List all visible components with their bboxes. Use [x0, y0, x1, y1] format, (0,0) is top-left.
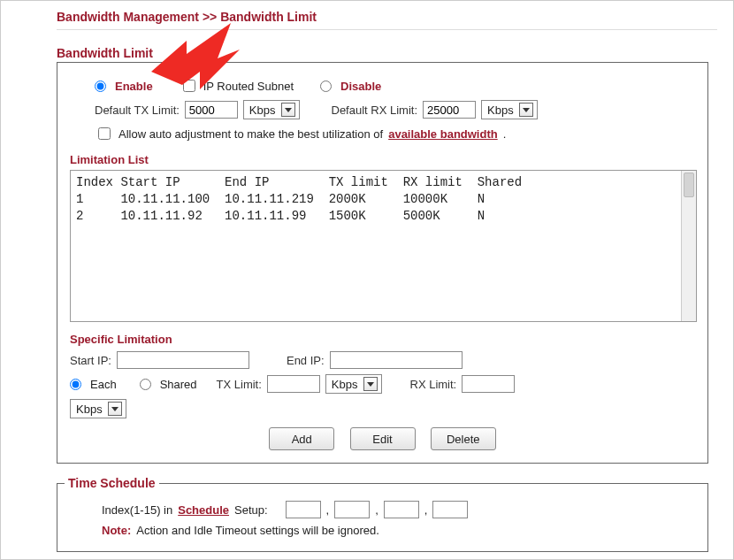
specific-tx-input[interactable] [267, 375, 320, 393]
shared-label: Shared [160, 378, 197, 391]
schedule-index-3[interactable] [384, 501, 419, 518]
default-tx-unit-value: Kbps [249, 104, 276, 117]
schedule-index-2[interactable] [334, 501, 370, 518]
available-bandwidth-link[interactable]: available bandwidth [388, 127, 498, 141]
schedule-index-label-before: Index(1-15) in [102, 503, 172, 517]
auto-adjust-checkbox[interactable] [98, 127, 111, 140]
section-title: Bandwidth Limit [57, 46, 717, 60]
breadcrumb: Bandwidth Management >> Bandwidth Limit [57, 10, 717, 30]
scrollbar[interactable] [681, 171, 696, 321]
chevron-down-icon [281, 103, 295, 117]
chevron-down-icon [108, 402, 122, 416]
specific-tx-label: TX Limit: [217, 378, 262, 391]
note-text: Action and Idle Timeout settings will be… [136, 524, 379, 537]
end-ip-label: End IP: [287, 354, 325, 367]
specific-rx-unit-select[interactable]: Kbps [70, 399, 126, 418]
specific-limitation-heading: Specific Limitation [70, 333, 695, 346]
schedule-link[interactable]: Schedule [178, 503, 229, 517]
enable-label: Enable [115, 80, 153, 93]
limitation-list-content: Index Start IP End IP TX limit RX limit … [76, 174, 696, 225]
edit-button[interactable]: Edit [350, 427, 416, 450]
bandwidth-limit-panel: Enable IP Routed Subnet Disable Default … [57, 62, 708, 464]
shared-radio[interactable] [140, 379, 151, 390]
time-schedule-legend: Time Schedule [65, 476, 159, 490]
schedule-index-1[interactable] [286, 501, 321, 518]
specific-tx-unit-value: Kbps [332, 378, 358, 391]
start-ip-label: Start IP: [70, 354, 111, 367]
limitation-list-box[interactable]: Index Start IP End IP TX limit RX limit … [70, 170, 697, 322]
add-button[interactable]: Add [269, 427, 334, 450]
default-tx-unit-select[interactable]: Kbps [243, 100, 300, 119]
ip-routed-subnet-checkbox[interactable] [183, 80, 195, 92]
delete-button[interactable]: Delete [431, 427, 496, 450]
default-rx-unit-value: Kbps [487, 104, 514, 117]
disable-label: Disable [340, 80, 381, 93]
note-label: Note: [102, 524, 131, 537]
default-tx-input[interactable] [185, 101, 238, 119]
ip-routed-subnet-label: IP Routed Subnet [203, 80, 294, 93]
scroll-thumb[interactable] [684, 173, 694, 197]
specific-rx-input[interactable] [462, 375, 515, 393]
comma: , [326, 503, 330, 517]
comma: , [375, 503, 378, 517]
comma: , [424, 503, 428, 517]
specific-rx-label: RX Limit: [410, 378, 457, 391]
start-ip-input[interactable] [117, 351, 249, 369]
auto-adjust-text: Allow auto adjustment to make the best u… [119, 127, 383, 141]
each-label: Each [90, 378, 117, 391]
chevron-down-icon [363, 377, 378, 391]
schedule-index-4[interactable] [432, 501, 468, 518]
enable-radio[interactable] [95, 81, 106, 92]
each-radio[interactable] [70, 379, 81, 390]
default-rx-label: Default RX Limit: [332, 104, 418, 117]
default-tx-label: Default TX Limit: [95, 104, 180, 117]
time-schedule-panel: Time Schedule Index(1-15) in Schedule Se… [57, 476, 708, 552]
auto-adjust-text-after: . [503, 127, 507, 141]
schedule-index-label-after: Setup: [234, 503, 268, 517]
default-rx-unit-select[interactable]: Kbps [481, 100, 538, 119]
default-rx-input[interactable] [423, 101, 476, 119]
limitation-list-heading: Limitation List [70, 153, 695, 166]
specific-rx-unit-value: Kbps [76, 403, 103, 416]
chevron-down-icon [519, 103, 533, 117]
disable-radio[interactable] [320, 81, 332, 92]
specific-tx-unit-select[interactable]: Kbps [325, 374, 382, 394]
end-ip-input[interactable] [330, 351, 463, 369]
